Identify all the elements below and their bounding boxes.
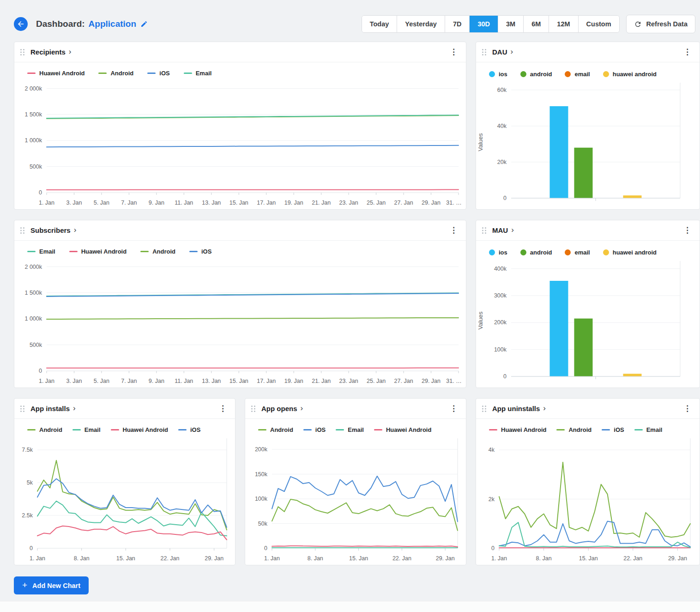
legend-item-android[interactable]: Android bbox=[98, 70, 133, 77]
legend-item-email[interactable]: Email bbox=[72, 426, 101, 433]
kebab-menu-icon[interactable]: ⋮ bbox=[448, 47, 459, 57]
legend-swatch bbox=[489, 429, 497, 430]
range-button-custom[interactable]: Custom bbox=[579, 16, 619, 32]
kebab-menu-icon[interactable]: ⋮ bbox=[448, 404, 459, 413]
svg-text:11. Jan: 11. Jan bbox=[175, 200, 193, 206]
card-header: App installs › ⋮ bbox=[14, 399, 235, 419]
svg-text:7.5k: 7.5k bbox=[22, 447, 33, 453]
legend-item-email[interactable]: Email bbox=[634, 426, 663, 433]
legend-item-huawei-android[interactable]: huawei android bbox=[603, 71, 657, 78]
chart-title-mau[interactable]: MAU › bbox=[492, 226, 514, 234]
subscribers-line-chart[interactable]: 0500k1 000k1 500k2 000k1. Jan3. Jan5. Ja… bbox=[14, 257, 465, 387]
legend-swatch bbox=[72, 429, 81, 430]
svg-text:200k: 200k bbox=[255, 446, 268, 453]
svg-text:19. Jan: 19. Jan bbox=[284, 200, 303, 206]
back-button[interactable] bbox=[14, 17, 28, 31]
drag-handle-icon[interactable] bbox=[20, 227, 25, 234]
svg-text:60k: 60k bbox=[497, 87, 507, 93]
mau-bar-chart[interactable]: 0100k200k300k400kValues bbox=[476, 258, 699, 384]
legend-item-huawei-android[interactable]: Huawei Android bbox=[111, 426, 168, 433]
chart-title-recipients[interactable]: Recipients › bbox=[30, 48, 72, 56]
svg-text:1 500k: 1 500k bbox=[24, 111, 42, 118]
range-button-today[interactable]: Today bbox=[362, 16, 398, 32]
legend-item-android[interactable]: Android bbox=[258, 426, 293, 433]
chart-title-app-opens[interactable]: App opens › bbox=[261, 405, 303, 412]
legend-item-android[interactable]: android bbox=[520, 71, 552, 78]
drag-handle-icon[interactable] bbox=[20, 48, 25, 56]
svg-text:21. Jan: 21. Jan bbox=[312, 378, 331, 384]
range-button-3m[interactable]: 3M bbox=[498, 16, 524, 32]
legend-item-email[interactable]: email bbox=[565, 71, 590, 78]
drag-handle-icon[interactable] bbox=[482, 48, 487, 56]
svg-text:25. Jan: 25. Jan bbox=[367, 378, 386, 384]
add-new-chart-button[interactable]: + Add New Chart bbox=[14, 576, 89, 594]
recipients-line-chart[interactable]: 0500k1 000k1 500k2 000k1. Jan3. Jan5. Ja… bbox=[14, 79, 465, 208]
range-button-30d[interactable]: 30D bbox=[470, 16, 498, 32]
legend-item-email[interactable]: Email bbox=[27, 248, 55, 255]
drag-handle-icon[interactable] bbox=[251, 405, 256, 412]
range-button-yesterday[interactable]: Yesterday bbox=[397, 16, 445, 32]
chart-title-app-installs[interactable]: App installs › bbox=[30, 405, 76, 412]
kebab-menu-icon[interactable]: ⋮ bbox=[682, 404, 693, 413]
drag-handle-icon[interactable] bbox=[482, 227, 487, 234]
svg-text:1 500k: 1 500k bbox=[24, 290, 42, 296]
legend-item-ios[interactable]: iOS bbox=[147, 70, 169, 77]
legend-item-ios[interactable]: iOS bbox=[602, 426, 624, 433]
chart-title-dau[interactable]: DAU › bbox=[492, 48, 513, 56]
legend-swatch bbox=[258, 429, 266, 430]
legend-item-huawei-android[interactable]: Huawei Android bbox=[489, 426, 546, 433]
app-uninstalls-line-chart[interactable]: 02k4k1. Jan8. Jan15. Jan22. Jan29. Jan bbox=[476, 436, 698, 564]
legend-item-ios[interactable]: ios bbox=[489, 249, 507, 256]
page-title-prefix: Dashboard: bbox=[36, 19, 85, 29]
range-button-12m[interactable]: 12M bbox=[549, 16, 578, 32]
app-opens-line-chart[interactable]: 050k100k150k200k1. Jan8. Jan15. Jan22. J… bbox=[245, 436, 465, 564]
legend-item-email[interactable]: Email bbox=[184, 70, 212, 77]
drag-handle-icon[interactable] bbox=[482, 405, 487, 412]
legend-item-huawei-android[interactable]: Huawei Android bbox=[69, 248, 127, 255]
legend-swatch bbox=[147, 73, 156, 74]
legend-label: android bbox=[530, 71, 552, 78]
legend-swatch bbox=[634, 429, 643, 430]
legend-item-huawei-android[interactable]: Huawei Android bbox=[27, 70, 84, 77]
edit-dashboard-button[interactable] bbox=[140, 20, 148, 28]
drag-handle-icon[interactable] bbox=[20, 405, 25, 412]
legend-swatch bbox=[27, 429, 36, 430]
range-button-7d[interactable]: 7D bbox=[445, 16, 470, 32]
kebab-menu-icon[interactable]: ⋮ bbox=[448, 225, 459, 235]
legend-item-ios[interactable]: iOS bbox=[189, 248, 211, 255]
chart-title-app-uninstalls[interactable]: App uninstalls › bbox=[492, 405, 546, 412]
legend-swatch bbox=[520, 71, 526, 77]
legend-item-android[interactable]: android bbox=[520, 249, 552, 256]
range-button-6m[interactable]: 6M bbox=[524, 16, 549, 32]
svg-text:3. Jan: 3. Jan bbox=[66, 200, 82, 206]
kebab-menu-icon[interactable]: ⋮ bbox=[217, 404, 229, 413]
legend-item-ios[interactable]: ios bbox=[489, 71, 507, 78]
legend-item-android[interactable]: Android bbox=[556, 426, 591, 433]
app-installs-line-chart[interactable]: 02.5k5k7.5k1. Jan8. Jan15. Jan22. Jan29.… bbox=[14, 436, 234, 564]
legend-item-email[interactable]: Email bbox=[336, 426, 364, 433]
svg-text:Values: Values bbox=[477, 133, 484, 151]
dau-bar-chart[interactable]: 020k40k60kValues bbox=[476, 80, 699, 206]
chart-legend: Huawei AndroidAndroidiOSEmail bbox=[476, 419, 700, 436]
legend-item-android[interactable]: Android bbox=[27, 426, 62, 433]
dashboard-name[interactable]: Application bbox=[89, 19, 136, 29]
svg-text:0: 0 bbox=[30, 545, 33, 551]
legend-item-huawei-android[interactable]: Huawei Android bbox=[374, 426, 431, 433]
kebab-menu-icon[interactable]: ⋮ bbox=[682, 47, 693, 57]
kebab-menu-icon[interactable]: ⋮ bbox=[682, 225, 693, 235]
svg-text:0: 0 bbox=[39, 189, 42, 196]
svg-text:11. Jan: 11. Jan bbox=[175, 378, 193, 384]
legend-item-android[interactable]: Android bbox=[140, 248, 175, 255]
svg-text:20k: 20k bbox=[497, 159, 507, 165]
legend-swatch bbox=[603, 249, 609, 255]
legend-item-email[interactable]: email bbox=[565, 249, 590, 256]
legend-item-ios[interactable]: iOS bbox=[303, 426, 326, 433]
chart-title-subscribers[interactable]: Subscribers › bbox=[30, 226, 76, 234]
legend-item-huawei-android[interactable]: huawei android bbox=[603, 249, 657, 256]
svg-text:15. Jan: 15. Jan bbox=[229, 378, 248, 384]
refresh-data-button[interactable]: Refresh Data bbox=[626, 15, 695, 33]
legend-label: Android bbox=[110, 70, 133, 77]
legend-item-ios[interactable]: iOS bbox=[178, 426, 200, 433]
legend-label: Android bbox=[568, 426, 591, 433]
card-app-uninstalls: App uninstalls › ⋮ Huawei AndroidAndroid… bbox=[476, 398, 700, 565]
